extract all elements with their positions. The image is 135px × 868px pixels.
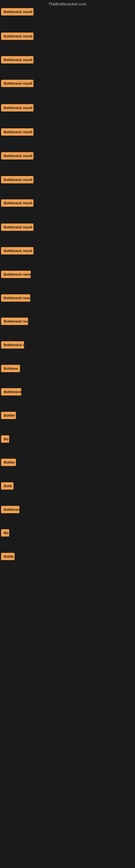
bottleneck-badge[interactable]: Bottler [1,412,16,419]
bottleneck-badge-row-16: Bottlene [1,365,20,373]
bottleneck-badge[interactable]: Bottleneck result [1,128,34,135]
bottleneck-badge[interactable]: Bottleneck result [1,152,34,159]
site-title-bar: TheBottlenecker.com [0,0,135,8]
bottleneck-badge-row-12: Bottleneck result [1,271,31,279]
bottleneck-badge[interactable]: Bottleneck result [1,8,34,16]
bottleneck-badge-row-22: Bottlenec [1,506,19,514]
bottleneck-badge-row-15: Bottleneck re [1,341,24,350]
bottleneck-badge[interactable]: Bottl [1,482,13,490]
bottleneck-badge[interactable]: Bottleneck result [1,199,34,207]
bottleneck-badge[interactable]: Bottleneck result [1,33,34,40]
bottleneck-badge-row-3: Bottleneck result [1,56,34,65]
bottleneck-badge[interactable]: Bo [1,435,9,443]
bottleneck-badge-row-8: Bottleneck result [1,176,34,184]
bottleneck-badge-row-6: Bottleneck result [1,128,34,137]
bottleneck-badge[interactable]: Bottleneck result [1,176,34,183]
bottleneck-badge-row-24: Bottle [1,553,14,561]
bottleneck-badge[interactable]: Bo [1,529,9,536]
bottleneck-badge-row-17: Bottleneck [1,388,21,397]
bottleneck-badge[interactable]: Bottleneck result [1,294,30,302]
bottleneck-badge-row-23: Bo [1,529,9,538]
bottleneck-badge-row-2: Bottleneck result [1,33,34,41]
bottleneck-badge-row-14: Bottleneck result [1,318,28,326]
bottleneck-badge[interactable]: Bottleneck result [1,104,34,112]
bottleneck-badge-row-11: Bottleneck result [1,247,34,255]
bottleneck-badge[interactable]: Bottlene [1,365,20,372]
bottleneck-badge-row-5: Bottleneck result [1,104,34,113]
bottleneck-badge[interactable]: Bottleneck result [1,271,31,278]
bottleneck-badge-row-19: Bo [1,435,9,444]
bottleneck-badge-row-13: Bottleneck result [1,294,30,303]
bottleneck-badge-row-7: Bottleneck result [1,152,34,161]
bottleneck-badge[interactable]: Bottleneck [1,388,21,396]
bottleneck-badge[interactable]: Bottler [1,459,16,466]
bottleneck-badge[interactable]: Bottleneck result [1,223,34,231]
bottleneck-badge[interactable]: Bottleneck result [1,247,34,254]
bottleneck-badge-row-20: Bottler [1,459,16,467]
bottleneck-badge[interactable]: Bottleneck re [1,341,24,348]
bottleneck-badge-row-9: Bottleneck result [1,199,34,208]
bottleneck-badge[interactable]: Bottleneck result [1,56,34,63]
badges-container: Bottleneck resultBottleneck resultBottle… [0,8,135,863]
bottleneck-badge-row-21: Bottl [1,482,13,491]
bottleneck-badge-row-1: Bottleneck result [1,8,34,17]
bottleneck-badge[interactable]: Bottle [1,553,14,560]
site-title: TheBottlenecker.com [48,2,86,6]
bottleneck-badge[interactable]: Bottlenec [1,506,19,513]
bottleneck-badge-row-10: Bottleneck result [1,223,34,232]
bottleneck-badge[interactable]: Bottleneck result [1,80,34,87]
bottleneck-badge[interactable]: Bottleneck result [1,318,28,325]
bottleneck-badge-row-4: Bottleneck result [1,80,34,88]
bottleneck-badge-row-18: Bottler [1,412,16,420]
